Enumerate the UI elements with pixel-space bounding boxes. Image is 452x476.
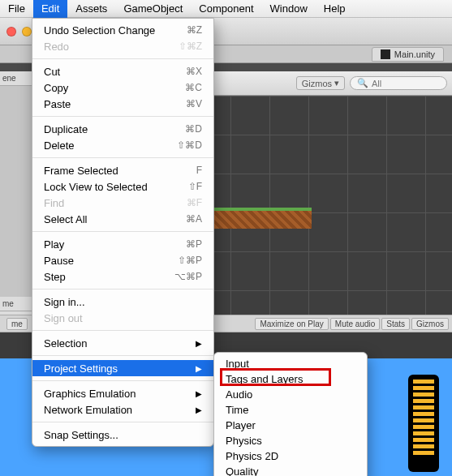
menu-item-sign-in[interactable]: Sign in... — [32, 294, 213, 310]
menu-item-lock-view-to-selected[interactable]: Lock View to Selected⇧F — [32, 178, 213, 195]
menu-shortcut: ⌘A — [186, 213, 202, 225]
minimize-icon[interactable] — [22, 27, 32, 36]
menu-shortcut: ⇧⌘D — [177, 139, 202, 151]
menu-item-project-settings[interactable]: Project Settings▶ — [32, 360, 213, 376]
menu-separator — [32, 116, 213, 117]
submenu-item-physics[interactable]: Physics — [214, 433, 367, 448]
gizmos-label: Gizmos — [302, 79, 332, 88]
menu-item-redo: Redo⇧⌘Z — [32, 38, 213, 54]
menu-item-find: Find⌘F — [32, 195, 213, 211]
menu-help[interactable]: Help — [316, 0, 354, 18]
submenu-item-physics-2d[interactable]: Physics 2D — [214, 448, 367, 464]
menu-separator — [32, 58, 213, 59]
submenu-arrow-icon: ▶ — [196, 339, 202, 348]
menu-shortcut: ⌘F — [187, 197, 202, 208]
menu-file[interactable]: File — [0, 0, 33, 18]
menu-item-label: Frame Selected — [44, 165, 118, 177]
menu-item-frame-selected[interactable]: Frame SelectedF — [32, 162, 213, 178]
submenu-arrow-icon: ▶ — [196, 405, 202, 414]
mute-audio-button[interactable]: Mute audio — [330, 318, 380, 330]
panel-label[interactable]: ene — [0, 71, 35, 86]
menu-separator — [32, 422, 213, 422]
menu-item-snap-settings[interactable]: Snap Settings... — [32, 427, 213, 443]
left-panel: ene me phone — [0, 71, 36, 315]
submenu-item-quality[interactable]: Quality — [214, 464, 367, 476]
menu-item-undo-selection-change[interactable]: Undo Selection Change⌘Z — [32, 22, 213, 38]
panel-label[interactable]: me — [0, 297, 35, 311]
menu-item-label: Paste — [44, 98, 71, 110]
menu-shortcut: F — [196, 165, 202, 176]
menu-item-copy[interactable]: Copy⌘C — [32, 79, 213, 96]
menu-component[interactable]: Component — [191, 0, 261, 18]
menu-item-cut[interactable]: Cut⌘X — [32, 63, 213, 79]
menu-item-label: Play — [44, 238, 64, 251]
search-icon: 🔍 — [357, 78, 368, 88]
gizmos-button[interactable]: Gizmos — [411, 318, 449, 330]
menu-separator — [32, 355, 213, 356]
gizmos-dropdown[interactable]: Gizmos ▾ — [296, 76, 345, 90]
submenu-item-audio[interactable]: Audio — [214, 387, 367, 402]
menu-item-label: Selection — [44, 337, 87, 349]
panel-label[interactable]: me — [6, 318, 28, 330]
menu-edit[interactable]: Edit — [33, 0, 67, 18]
menu-item-label: Find — [44, 197, 64, 209]
menu-item-label: Cut — [44, 66, 60, 78]
menu-separator — [32, 157, 213, 158]
search-input[interactable]: 🔍 All — [350, 76, 447, 90]
menu-shortcut: ⌘P — [186, 238, 202, 250]
menu-shortcut: ⇧⌘P — [178, 255, 202, 266]
edit-menu-dropdown: Undo Selection Change⌘ZRedo⇧⌘ZCut⌘XCopy⌘… — [32, 18, 214, 447]
menu-shortcut: ⌘Z — [187, 24, 202, 36]
chevron-down-icon: ▾ — [334, 78, 339, 88]
submenu-item-tags-and-layers[interactable]: Tags and Layers — [214, 371, 367, 387]
menu-shortcut: ⇧F — [188, 181, 202, 192]
menu-separator — [32, 289, 213, 289]
unity-icon — [381, 49, 390, 59]
menu-item-label: Undo Selection Change — [44, 24, 155, 36]
game-object-sprite — [408, 375, 439, 472]
submenu-arrow-icon: ▶ — [196, 389, 202, 398]
menubar: FileEditAssetsGameObjectComponentWindowH… — [0, 0, 452, 18]
menu-item-play[interactable]: Play⌘P — [32, 236, 213, 252]
menu-item-label: Select All — [44, 213, 87, 225]
menu-item-duplicate[interactable]: Duplicate⌘D — [32, 121, 213, 137]
menu-item-label: Copy — [44, 82, 68, 94]
menu-item-label: Delete — [44, 139, 75, 152]
menu-separator — [32, 231, 213, 232]
menu-separator — [32, 380, 213, 381]
menu-item-paste[interactable]: Paste⌘V — [32, 96, 213, 112]
menu-item-graphics-emulation[interactable]: Graphics Emulation▶ — [32, 385, 213, 401]
stats-button[interactable]: Stats — [381, 318, 410, 330]
menu-item-delete[interactable]: Delete⇧⌘D — [32, 137, 213, 153]
menu-item-label: Graphics Emulation — [44, 388, 136, 400]
menu-item-label: Project Settings — [44, 362, 118, 375]
menu-shortcut: ⇧⌘Z — [179, 41, 202, 52]
menu-window[interactable]: Window — [262, 0, 316, 18]
menu-assets[interactable]: Assets — [67, 0, 115, 18]
submenu-item-player[interactable]: Player — [214, 418, 367, 433]
menu-item-network-emulation[interactable]: Network Emulation▶ — [32, 401, 213, 418]
submenu-item-time[interactable]: Time — [214, 402, 367, 418]
menu-item-label: Step — [44, 271, 66, 283]
project-settings-submenu: InputTags and LayersAudioTimePlayerPhysi… — [213, 352, 368, 476]
menu-item-step[interactable]: Step⌥⌘P — [32, 268, 213, 285]
close-icon[interactable] — [6, 27, 16, 36]
maximize-on-play-button[interactable]: Maximize on Play — [255, 318, 328, 330]
menu-shortcut: ⌘X — [186, 66, 202, 77]
menu-item-label: Sign in... — [44, 296, 85, 308]
menu-gameobject[interactable]: GameObject — [115, 0, 191, 18]
menu-item-label: Pause — [44, 255, 74, 267]
menu-item-select-all[interactable]: Select All⌘A — [32, 211, 213, 227]
submenu-arrow-icon: ▶ — [196, 364, 202, 373]
menu-separator — [32, 330, 213, 331]
menu-item-sign-out: Sign out — [32, 310, 213, 326]
menu-item-label: Duplicate — [44, 123, 88, 135]
menu-item-selection[interactable]: Selection▶ — [32, 335, 213, 351]
scene-tab-label: Main.unity — [394, 49, 435, 59]
menu-item-label: Network Emulation — [44, 404, 132, 416]
search-placeholder: All — [372, 79, 381, 88]
submenu-item-input[interactable]: Input — [214, 356, 367, 371]
menu-item-pause[interactable]: Pause⇧⌘P — [32, 252, 213, 268]
scene-tab[interactable]: Main.unity — [372, 47, 444, 62]
menu-item-label: Snap Settings... — [44, 429, 118, 441]
